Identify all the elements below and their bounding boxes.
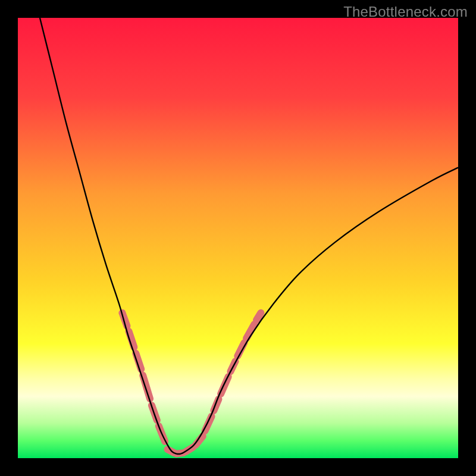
chart-frame: TheBottleneck.com: [0, 0, 476, 476]
plot-area: [18, 18, 458, 458]
watermark-text: TheBottleneck.com: [343, 4, 468, 20]
svg-rect-0: [18, 18, 458, 458]
gradient-background: [18, 18, 458, 458]
